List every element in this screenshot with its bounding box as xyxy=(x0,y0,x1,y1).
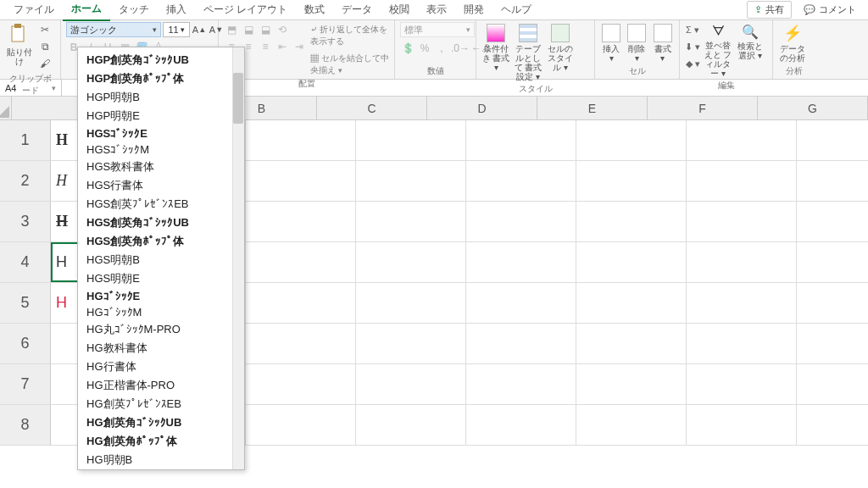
row-header[interactable]: 4 xyxy=(0,242,51,283)
cell[interactable] xyxy=(466,405,576,446)
cell[interactable] xyxy=(246,364,356,405)
cell[interactable] xyxy=(466,364,576,405)
font-option[interactable]: HGS創英角ﾎﾟｯﾌﾟ体 xyxy=(78,232,244,251)
cell[interactable] xyxy=(576,283,687,324)
tab-file[interactable]: ファイル xyxy=(5,0,63,20)
row-header[interactable]: 2 xyxy=(0,161,51,202)
cut-button[interactable]: ✂ xyxy=(37,22,53,37)
column-header[interactable]: E xyxy=(537,97,648,120)
currency-button[interactable]: 💲 xyxy=(400,41,415,56)
cell[interactable] xyxy=(576,120,687,161)
indent-dec-button[interactable]: ⇤ xyxy=(275,39,290,54)
row-header[interactable]: 6 xyxy=(0,324,51,364)
cell[interactable] xyxy=(466,202,576,242)
format-painter-button[interactable]: 🖌 xyxy=(37,56,53,71)
wrap-text-button[interactable]: ⤶ 折り返して全体を表示する xyxy=(310,24,389,47)
tab-home[interactable]: ホーム xyxy=(63,0,110,21)
insert-cells-button[interactable]: 挿入▾ xyxy=(600,22,622,63)
tab-developer[interactable]: 開発 xyxy=(455,0,492,20)
scrollbar-thumb[interactable] xyxy=(233,73,243,124)
cell[interactable] xyxy=(576,202,687,242)
font-option[interactable]: HGP明朝B xyxy=(78,88,244,107)
cell[interactable] xyxy=(466,242,576,283)
font-option[interactable]: HGS創英ﾌﾟﾚｾﾞﾝｽEB xyxy=(78,195,244,214)
font-option[interactable]: HG創英角ﾎﾟｯﾌﾟ体 xyxy=(78,432,244,451)
align-bottom-button[interactable]: ⬓ xyxy=(258,22,273,37)
cell[interactable] xyxy=(246,120,356,161)
paste-button[interactable]: 貼り付け xyxy=(5,22,34,66)
font-option[interactable]: HGｺﾞｼｯｸE xyxy=(78,288,244,304)
tab-formulas[interactable]: 数式 xyxy=(296,0,333,20)
cell[interactable] xyxy=(356,202,466,242)
select-all-corner[interactable] xyxy=(0,97,12,120)
cell[interactable] xyxy=(797,242,868,283)
indent-inc-button[interactable]: ⇥ xyxy=(292,39,307,54)
row-header[interactable]: 7 xyxy=(0,364,51,405)
column-header[interactable]: F xyxy=(648,97,758,120)
font-name-combo[interactable]: 游ゴシック▾ xyxy=(66,22,161,37)
font-option[interactable]: HG行書体 xyxy=(78,358,244,376)
cell[interactable] xyxy=(356,161,466,202)
align-middle-button[interactable]: ⬓ xyxy=(241,22,256,37)
find-select-button[interactable]: 🔍検索と 選択 ▾ xyxy=(736,22,765,60)
percent-button[interactable]: % xyxy=(417,41,432,56)
column-header[interactable]: C xyxy=(317,97,427,120)
autosum-button[interactable]: Σ ▾ xyxy=(685,22,700,37)
row-header[interactable]: 3 xyxy=(0,202,51,242)
cell[interactable] xyxy=(576,242,687,283)
cell[interactable] xyxy=(356,364,466,405)
font-option[interactable]: HGS創英角ｺﾞｼｯｸUB xyxy=(78,214,244,232)
font-option[interactable]: HGS教科書体 xyxy=(78,158,244,176)
cell[interactable] xyxy=(797,364,868,405)
cell[interactable] xyxy=(797,324,868,364)
cell[interactable] xyxy=(687,161,797,202)
cell[interactable] xyxy=(687,242,797,283)
name-box[interactable]: A4▾ xyxy=(0,80,62,96)
copy-button[interactable]: ⧉ xyxy=(37,39,53,54)
tab-pagelayout[interactable]: ページ レイアウト xyxy=(195,0,296,20)
cell[interactable] xyxy=(356,242,466,283)
row-header[interactable]: 5 xyxy=(0,283,51,324)
cell[interactable] xyxy=(576,364,687,405)
cell[interactable] xyxy=(687,283,797,324)
cell[interactable] xyxy=(576,324,687,364)
font-option[interactable]: HG創英角ｺﾞｼｯｸUB xyxy=(78,413,244,432)
font-option[interactable]: HG明朝B xyxy=(78,451,244,469)
cell[interactable] xyxy=(687,120,797,161)
cell[interactable] xyxy=(246,283,356,324)
cell[interactable] xyxy=(576,161,687,202)
fill-button[interactable]: ⬇ ▾ xyxy=(685,39,700,54)
inc-decimal-button[interactable]: .0→ xyxy=(451,41,470,56)
row-header[interactable]: 1 xyxy=(0,120,51,161)
cell[interactable] xyxy=(576,405,687,446)
tab-touch[interactable]: タッチ xyxy=(110,0,158,20)
cell[interactable] xyxy=(466,161,576,202)
share-button[interactable]: ⇪共有 xyxy=(747,1,792,19)
cell[interactable] xyxy=(797,161,868,202)
cell[interactable] xyxy=(797,120,868,161)
number-format-combo[interactable]: 標準▾ xyxy=(400,22,475,37)
cell[interactable] xyxy=(687,202,797,242)
clear-button[interactable]: ◆ ▾ xyxy=(685,56,700,71)
font-size-combo[interactable]: 11▾ xyxy=(163,22,190,37)
font-option[interactable]: HGP明朝E xyxy=(78,107,244,125)
font-option[interactable]: HG正楷書体-PRO xyxy=(78,376,244,395)
column-header[interactable]: D xyxy=(427,97,537,120)
align-right-button[interactable]: ≡ xyxy=(258,39,273,54)
cell[interactable] xyxy=(246,324,356,364)
row-header[interactable]: 8 xyxy=(0,405,51,446)
font-option[interactable]: HG丸ｺﾞｼｯｸM-PRO xyxy=(78,320,244,339)
font-option[interactable]: HGP創英角ｺﾞｼｯｸUB xyxy=(78,51,244,69)
format-cells-button[interactable]: 書式▾ xyxy=(652,22,674,63)
format-as-table-button[interactable]: テーブルとして 書式設定 ▾ xyxy=(514,22,542,81)
cell[interactable] xyxy=(466,120,576,161)
font-option[interactable]: HG創英ﾌﾟﾚｾﾞﾝｽEB xyxy=(78,395,244,413)
merge-center-button[interactable]: ▦ セルを結合して中央揃え ▾ xyxy=(310,53,389,76)
orientation-button[interactable]: ⟲ xyxy=(275,22,290,37)
tab-data[interactable]: データ xyxy=(333,0,381,20)
cell[interactable] xyxy=(356,120,466,161)
cell[interactable] xyxy=(687,405,797,446)
cell[interactable] xyxy=(466,283,576,324)
cell[interactable] xyxy=(797,202,868,242)
font-option[interactable]: HGSｺﾞｼｯｸE xyxy=(78,125,244,141)
